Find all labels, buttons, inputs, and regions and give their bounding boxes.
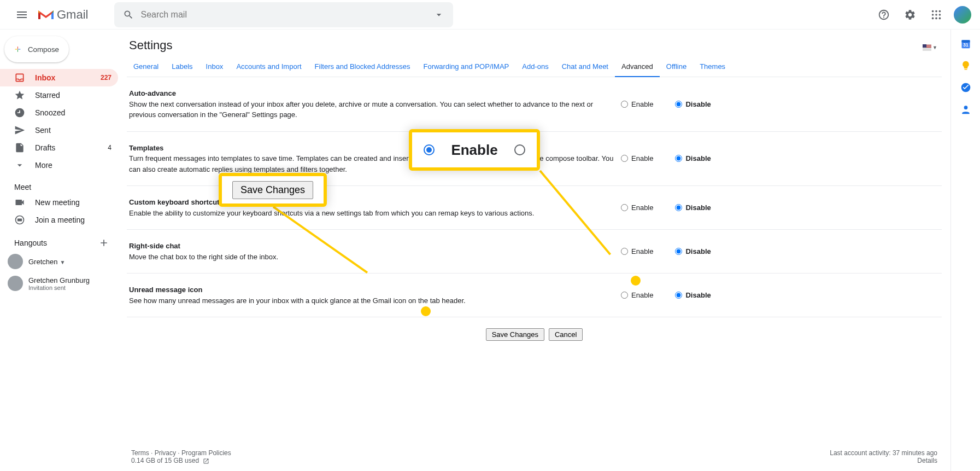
avatar bbox=[8, 276, 23, 291]
disable-radio[interactable] bbox=[675, 101, 682, 108]
svg-point-1 bbox=[935, 10, 937, 12]
meet-icon bbox=[14, 197, 25, 208]
footer-policies-link[interactable]: Program Policies bbox=[181, 449, 231, 457]
gmail-m-icon bbox=[37, 8, 55, 21]
callout-save-button: Save Changes bbox=[232, 181, 313, 199]
svg-point-4 bbox=[935, 14, 937, 16]
svg-point-20 bbox=[964, 106, 967, 109]
enable-radio[interactable] bbox=[621, 292, 628, 299]
svg-rect-18 bbox=[964, 69, 967, 70]
svg-point-2 bbox=[939, 10, 941, 12]
sent-icon bbox=[14, 125, 25, 136]
footer-terms-link[interactable]: Terms bbox=[131, 449, 149, 457]
meet-section-header: Meet bbox=[0, 174, 118, 194]
setting-row: Unread message iconSee how many unread m… bbox=[127, 274, 942, 317]
tab-themes[interactable]: Themes bbox=[693, 57, 732, 77]
meet-item[interactable]: Join a meeting bbox=[0, 211, 118, 229]
new-hangout-icon[interactable] bbox=[98, 237, 109, 248]
tab-add-ons[interactable]: Add-ons bbox=[515, 57, 555, 77]
svg-rect-9 bbox=[17, 219, 22, 222]
svg-point-5 bbox=[939, 14, 941, 16]
svg-rect-14 bbox=[923, 44, 926, 48]
save-changes-button[interactable]: Save Changes bbox=[486, 328, 544, 341]
hangout-item[interactable]: Gretchen GrunburgInvitation sent bbox=[0, 272, 118, 294]
google-apps-icon[interactable] bbox=[925, 4, 947, 26]
snoozed-icon bbox=[14, 107, 25, 118]
disable-radio[interactable] bbox=[675, 155, 682, 162]
tab-forwarding-and-pop/imap[interactable]: Forwarding and POP/IMAP bbox=[416, 57, 515, 77]
svg-point-3 bbox=[932, 14, 934, 16]
settings-title: Settings bbox=[129, 38, 173, 53]
more-icon bbox=[14, 160, 25, 171]
enable-radio[interactable] bbox=[621, 204, 628, 211]
compose-button[interactable]: Compose bbox=[4, 36, 69, 62]
search-icon bbox=[123, 9, 134, 20]
cancel-button[interactable]: Cancel bbox=[549, 328, 583, 341]
gmail-logo-text: Gmail bbox=[57, 8, 88, 22]
sidebar-item-snoozed[interactable]: Snoozed bbox=[0, 104, 118, 121]
svg-point-8 bbox=[939, 17, 941, 19]
callout-radio-unchecked-icon bbox=[514, 144, 525, 155]
annotation-dot bbox=[631, 276, 641, 286]
main-menu-icon[interactable] bbox=[9, 2, 35, 28]
input-tools-icon[interactable]: ▼ bbox=[918, 40, 942, 55]
starred-icon bbox=[14, 90, 25, 101]
tab-accounts-and-import[interactable]: Accounts and Import bbox=[230, 57, 308, 77]
tab-general[interactable]: General bbox=[127, 57, 165, 77]
tab-chat-and-meet[interactable]: Chat and Meet bbox=[555, 57, 615, 77]
footer-activity: Last account activity: 37 minutes ago bbox=[830, 449, 937, 457]
enable-radio[interactable] bbox=[621, 101, 628, 108]
callout-save: Save Changes bbox=[219, 173, 327, 207]
external-link-icon[interactable] bbox=[203, 458, 209, 464]
tasks-icon[interactable] bbox=[960, 82, 971, 93]
keep-icon[interactable] bbox=[960, 60, 971, 71]
annotation-dot bbox=[421, 306, 431, 316]
enable-radio[interactable] bbox=[621, 155, 628, 162]
support-icon[interactable] bbox=[873, 4, 895, 26]
tab-filters-and-blocked-addresses[interactable]: Filters and Blocked Addresses bbox=[308, 57, 417, 77]
sidebar: Compose Inbox227StarredSnoozedSentDrafts… bbox=[0, 30, 118, 471]
hangouts-section-header: Hangouts bbox=[0, 229, 118, 251]
callout-enable: Enable bbox=[409, 129, 540, 171]
sidebar-item-starred[interactable]: Starred bbox=[0, 86, 118, 104]
settings-gear-icon[interactable] bbox=[899, 4, 921, 26]
tab-labels[interactable]: Labels bbox=[165, 57, 199, 77]
svg-point-7 bbox=[935, 17, 937, 19]
svg-point-0 bbox=[932, 10, 934, 12]
footer-privacy-link[interactable]: Privacy bbox=[155, 449, 176, 457]
footer-details-link[interactable]: Details bbox=[917, 457, 937, 464]
enable-radio[interactable] bbox=[621, 248, 628, 255]
sidebar-item-inbox[interactable]: Inbox227 bbox=[0, 69, 118, 86]
account-avatar[interactable] bbox=[954, 6, 971, 24]
gmail-logo[interactable]: Gmail bbox=[37, 8, 88, 22]
tab-advanced[interactable]: Advanced bbox=[615, 57, 660, 77]
calendar-icon[interactable]: 31 bbox=[960, 38, 971, 49]
drafts-icon bbox=[14, 142, 25, 153]
inbox-icon bbox=[14, 72, 25, 83]
callout-radio-checked-icon bbox=[424, 144, 435, 155]
search-input[interactable] bbox=[140, 10, 433, 20]
side-panel: 31 bbox=[950, 30, 980, 471]
contacts-icon[interactable] bbox=[960, 104, 971, 115]
sidebar-item-sent[interactable]: Sent bbox=[0, 121, 118, 139]
meet-item[interactable]: New meeting bbox=[0, 194, 118, 211]
setting-row: Auto-advanceShow the next conversation i… bbox=[127, 77, 942, 132]
hangout-item[interactable]: Gretchen▼ bbox=[0, 251, 118, 272]
tab-offline[interactable]: Offline bbox=[660, 57, 693, 77]
search-options-icon[interactable] bbox=[433, 9, 444, 20]
disable-radio[interactable] bbox=[675, 204, 682, 211]
compose-label: Compose bbox=[28, 45, 59, 54]
sidebar-item-more[interactable]: More bbox=[0, 156, 118, 174]
compose-plus-icon bbox=[14, 43, 21, 56]
footer-storage: 0.14 GB of 15 GB used bbox=[131, 457, 199, 464]
disable-radio[interactable] bbox=[675, 292, 682, 299]
search-bar[interactable] bbox=[114, 2, 453, 27]
setting-row: Right-side chatMove the chat box to the … bbox=[127, 230, 942, 274]
meet-icon bbox=[14, 214, 25, 225]
disable-radio[interactable] bbox=[675, 248, 682, 255]
sidebar-item-drafts[interactable]: Drafts4 bbox=[0, 139, 118, 156]
avatar bbox=[8, 254, 23, 269]
tab-inbox[interactable]: Inbox bbox=[199, 57, 230, 77]
svg-text:31: 31 bbox=[963, 42, 969, 48]
svg-point-6 bbox=[932, 17, 934, 19]
